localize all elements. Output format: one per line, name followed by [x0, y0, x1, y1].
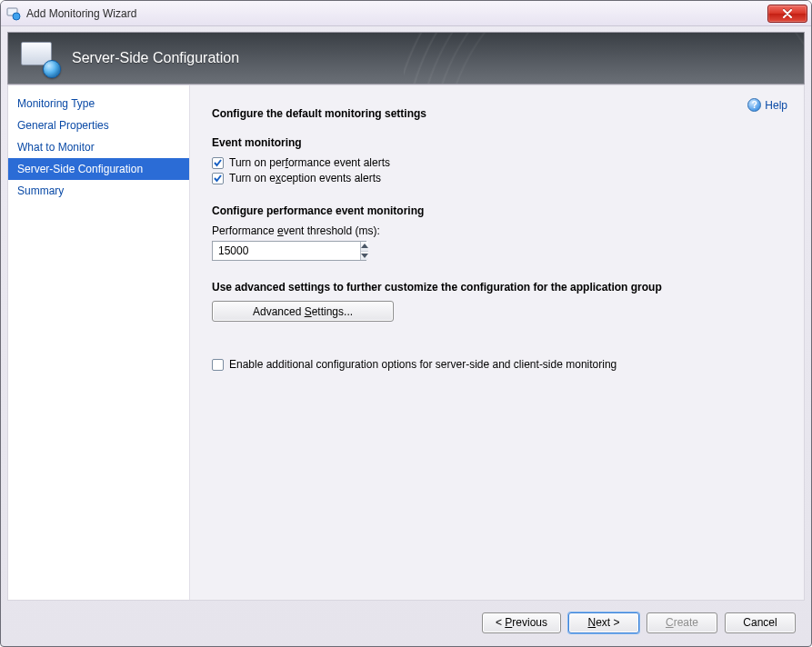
threshold-label: Performance event threshold (ms): — [212, 224, 782, 237]
sidebar-item-label: What to Monitor — [17, 141, 95, 154]
sidebar-item-what-to-monitor[interactable]: What to Monitor — [8, 136, 189, 158]
sidebar-item-server-side-configuration[interactable]: Server-Side Configuration — [8, 158, 189, 180]
footer: < Previous Next > Create Cancel — [7, 606, 805, 639]
perf-alerts-checkbox[interactable] — [212, 157, 224, 169]
extra-config-row: Enable additional configuration options … — [212, 358, 782, 371]
banner-title: Server-Side Configuration — [72, 50, 239, 66]
check-icon — [213, 174, 223, 184]
extra-config-label: Enable additional configuration options … — [229, 358, 617, 371]
content-area: ? Help Configure the default monitoring … — [190, 85, 804, 600]
chevron-up-icon — [361, 244, 368, 248]
chevron-down-icon — [361, 254, 368, 258]
exc-alerts-row: Turn on exception events alerts — [212, 172, 782, 184]
svg-point-1 — [13, 13, 20, 20]
help-link[interactable]: ? Help — [747, 98, 787, 112]
spinner-up-button[interactable] — [361, 242, 368, 252]
sidebar-item-monitoring-type[interactable]: Monitoring Type — [8, 93, 189, 114]
perf-config-title: Configure performance event monitoring — [212, 204, 782, 217]
wizard-window: Add Monitoring Wizard Server-Side Config… — [0, 0, 812, 647]
advanced-settings-button[interactable]: Advanced Settings... — [212, 301, 394, 322]
threshold-input[interactable] — [213, 242, 360, 260]
advanced-title: Use advanced settings to further customi… — [212, 281, 782, 294]
sidebar-item-general-properties[interactable]: General Properties — [8, 114, 189, 136]
exc-alerts-label: Turn on exception events alerts — [229, 172, 381, 184]
spinner-down-button[interactable] — [361, 252, 368, 261]
previous-button[interactable]: < Previous — [482, 612, 561, 633]
event-monitoring-title: Event monitoring — [212, 136, 782, 149]
cancel-button[interactable]: Cancel — [725, 612, 796, 633]
next-button[interactable]: Next > — [568, 612, 639, 633]
sidebar-item-label: Monitoring Type — [17, 97, 95, 110]
extra-config-checkbox[interactable] — [212, 359, 224, 371]
close-button[interactable] — [767, 5, 807, 23]
check-icon — [213, 158, 223, 168]
banner-icon — [21, 42, 57, 75]
create-button[interactable]: Create — [647, 612, 717, 633]
banner: Server-Side Configuration — [7, 32, 805, 85]
titlebar: Add Monitoring Wizard — [1, 1, 811, 26]
sidebar-item-summary[interactable]: Summary — [8, 180, 189, 202]
exc-alerts-checkbox[interactable] — [212, 173, 224, 184]
sidebar: Monitoring Type General Properties What … — [8, 85, 190, 600]
help-icon: ? — [747, 98, 761, 112]
app-icon — [6, 6, 21, 21]
page-heading: Configure the default monitoring setting… — [212, 107, 782, 120]
spinner-buttons — [360, 242, 368, 260]
perf-alerts-label: Turn on performance event alerts — [229, 156, 390, 169]
wizard-body: Monitoring Type General Properties What … — [7, 85, 805, 601]
sidebar-item-label: Server-Side Configuration — [17, 163, 143, 175]
sidebar-item-label: Summary — [17, 184, 64, 197]
help-label: Help — [765, 99, 787, 112]
sidebar-item-label: General Properties — [17, 119, 109, 132]
window-title: Add Monitoring Wizard — [26, 7, 767, 20]
threshold-spinner — [212, 241, 366, 261]
perf-alerts-row: Turn on performance event alerts — [212, 156, 782, 169]
close-icon — [782, 9, 793, 18]
